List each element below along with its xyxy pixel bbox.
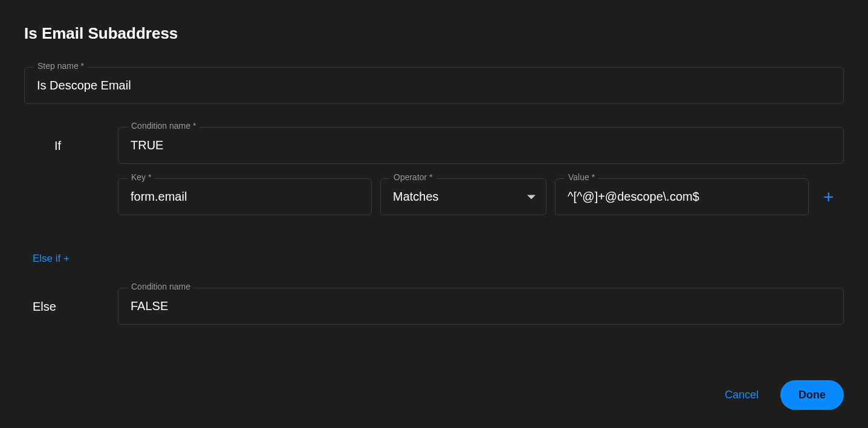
plus-icon: + (823, 187, 834, 207)
cancel-button[interactable]: Cancel (717, 383, 766, 407)
dialog-title: Is Email Subaddress (24, 24, 844, 43)
operator-label: Operator * (390, 172, 436, 182)
value-field: Value * (555, 178, 809, 215)
step-name-label: Step name * (34, 61, 88, 71)
if-condition-name-field: Condition name * (118, 127, 844, 164)
step-name-field: Step name * (24, 67, 844, 104)
operator-select[interactable] (380, 178, 546, 215)
else-label: Else (24, 288, 118, 314)
step-name-input[interactable] (24, 67, 844, 104)
done-button[interactable]: Done (780, 380, 844, 410)
dialog-actions: Cancel Done (717, 380, 844, 410)
else-content: Condition name (118, 288, 844, 339)
key-label: Key * (128, 172, 155, 182)
if-label: If (24, 127, 118, 153)
else-if-button[interactable]: Else if + (33, 248, 70, 270)
condition-dialog: Is Email Subaddress Step name * If Condi… (0, 0, 868, 428)
key-field: Key * (118, 178, 372, 215)
else-condition-name-label: Condition name (128, 282, 194, 291)
else-condition-name-input[interactable] (118, 288, 844, 325)
add-rule-button[interactable]: + (817, 183, 840, 211)
value-label: Value * (565, 172, 598, 182)
key-input[interactable] (118, 178, 372, 215)
if-content: Condition name * Key * Operator * Value … (118, 127, 844, 215)
if-condition-name-input[interactable] (118, 127, 844, 164)
rule-row: Key * Operator * Value * + (118, 178, 844, 215)
else-block: Else Condition name (24, 288, 844, 339)
operator-field: Operator * (380, 178, 546, 215)
else-condition-name-field: Condition name (118, 288, 844, 325)
if-block: If Condition name * Key * Operator * (24, 127, 844, 215)
if-condition-name-label: Condition name * (128, 121, 199, 131)
value-input[interactable] (555, 178, 809, 215)
